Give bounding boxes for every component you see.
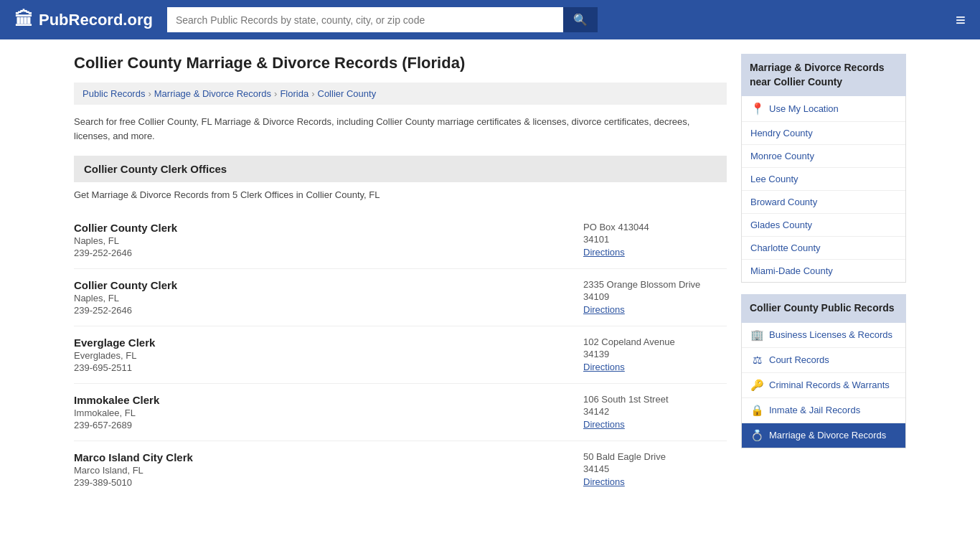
use-location-label: Use My Location	[769, 103, 839, 114]
nearby-county-link-2[interactable]: Lee County	[742, 168, 905, 190]
office-address-2: 102 Copeland Avenue	[583, 336, 727, 347]
office-city-0: Naples, FL	[74, 235, 177, 246]
content-area: Collier County Marriage & Divorce Record…	[74, 54, 727, 498]
record-link-0[interactable]: 🏢Business Licenses & Records	[742, 323, 905, 347]
sidebar-records-title: Collier County Public Records	[741, 294, 906, 323]
office-left-2: Everglage Clerk Everglades, FL 239-695-2…	[74, 336, 155, 373]
location-icon: 📍	[750, 102, 765, 116]
office-city-4: Marco Island, FL	[74, 465, 193, 476]
use-location-link[interactable]: 📍 Use My Location	[742, 96, 905, 121]
office-right-1: 2335 Orange Blossom Drive 34109 Directio…	[583, 279, 727, 315]
sidebar-records-section: Collier County Public Records 🏢Business …	[741, 294, 906, 448]
record-item-1[interactable]: ⚖Court Records	[742, 348, 905, 373]
office-list: Collier County Clerk Naples, FL 239-252-…	[74, 212, 727, 498]
office-left-1: Collier County Clerk Naples, FL 239-252-…	[74, 279, 177, 316]
breadcrumb-marriage-divorce[interactable]: Marriage & Divorce Records	[154, 88, 271, 99]
office-phone-4: 239-389-5010	[74, 477, 193, 488]
use-location-item[interactable]: 📍 Use My Location	[742, 96, 905, 122]
nearby-county-link-5[interactable]: Charlotte County	[742, 237, 905, 259]
office-city-1: Naples, FL	[74, 293, 177, 303]
directions-link-4[interactable]: Directions	[583, 476, 625, 487]
office-right-4: 50 Bald Eagle Drive 34145 Directions	[583, 451, 727, 487]
breadcrumb: Public Records › Marriage & Divorce Reco…	[74, 83, 727, 105]
record-link-1[interactable]: ⚖Court Records	[742, 348, 905, 372]
search-button[interactable]: 🔍	[563, 7, 598, 32]
record-link-2[interactable]: 🔑Criminal Records & Warrants	[742, 373, 905, 397]
office-zip-4: 34145	[583, 463, 727, 474]
nearby-county-link-0[interactable]: Hendry County	[742, 122, 905, 144]
logo[interactable]: 🏛 PubRecord.org	[14, 9, 153, 31]
directions-link-2[interactable]: Directions	[583, 362, 625, 372]
nearby-county-0[interactable]: Hendry County	[742, 122, 905, 145]
main-container: Collier County Marriage & Divorce Record…	[60, 39, 920, 512]
office-name-1: Collier County Clerk	[74, 279, 177, 291]
record-icon-4: 💍	[750, 429, 763, 442]
breadcrumb-collier-county[interactable]: Collier County	[318, 88, 377, 99]
directions-link-0[interactable]: Directions	[583, 247, 625, 258]
office-city-2: Everglades, FL	[74, 350, 155, 361]
office-entry: Immokalee Clerk Immokalee, FL 239-657-26…	[74, 384, 727, 441]
record-label-0: Business Licenses & Records	[769, 329, 892, 340]
record-item-2[interactable]: 🔑Criminal Records & Warrants	[742, 373, 905, 398]
nearby-county-3[interactable]: Broward County	[742, 191, 905, 214]
record-item-4[interactable]: 💍Marriage & Divorce Records	[742, 423, 905, 448]
office-name-3: Immokalee Clerk	[74, 394, 159, 406]
record-icon-3: 🔒	[750, 404, 763, 417]
office-left-0: Collier County Clerk Naples, FL 239-252-…	[74, 222, 177, 258]
office-address-4: 50 Bald Eagle Drive	[583, 451, 727, 462]
nearby-county-4[interactable]: Glades County	[742, 214, 905, 237]
record-label-2: Criminal Records & Warrants	[769, 380, 890, 390]
office-phone-0: 239-252-2646	[74, 248, 177, 258]
record-icon-1: ⚖	[750, 354, 763, 367]
nearby-county-2[interactable]: Lee County	[742, 168, 905, 191]
office-name-4: Marco Island City Clerk	[74, 451, 193, 463]
logo-text: PubRecord.org	[39, 11, 153, 29]
breadcrumb-sep-3: ›	[311, 88, 314, 99]
nearby-county-link-1[interactable]: Monroe County	[742, 145, 905, 167]
office-zip-0: 34101	[583, 234, 727, 245]
sidebar: Marriage & Divorce Records near Collier …	[741, 54, 906, 498]
office-zip-2: 34139	[583, 349, 727, 359]
record-link-3[interactable]: 🔒Inmate & Jail Records	[742, 398, 905, 423]
record-item-0[interactable]: 🏢Business Licenses & Records	[742, 323, 905, 348]
record-item-3[interactable]: 🔒Inmate & Jail Records	[742, 398, 905, 423]
office-zip-1: 34109	[583, 291, 727, 302]
record-icon-0: 🏢	[750, 329, 763, 342]
nearby-county-link-4[interactable]: Glades County	[742, 214, 905, 236]
sidebar-nearby-section: Marriage & Divorce Records near Collier …	[741, 54, 906, 283]
offices-subtext: Get Marriage & Divorce Records from 5 Cl…	[74, 189, 727, 200]
menu-icon[interactable]: ≡	[956, 10, 966, 30]
office-right-0: PO Box 413044 34101 Directions	[583, 222, 727, 258]
search-input[interactable]	[167, 7, 563, 32]
office-address-3: 106 South 1st Street	[583, 394, 727, 405]
records-list: 🏢Business Licenses & Records⚖Court Recor…	[741, 323, 906, 448]
directions-link-1[interactable]: Directions	[583, 304, 625, 315]
record-label-3: Inmate & Jail Records	[769, 405, 860, 415]
office-name-0: Collier County Clerk	[74, 222, 177, 234]
search-icon: 🔍	[573, 14, 588, 26]
page-description: Search for free Collier County, FL Marri…	[74, 115, 727, 143]
breadcrumb-florida[interactable]: Florida	[280, 88, 308, 99]
nearby-county-1[interactable]: Monroe County	[742, 145, 905, 168]
office-right-2: 102 Copeland Avenue 34139 Directions	[583, 336, 727, 372]
office-entry: Marco Island City Clerk Marco Island, FL…	[74, 441, 727, 498]
page-title: Collier County Marriage & Divorce Record…	[74, 54, 727, 72]
nearby-county-link-6[interactable]: Miami-Dade County	[742, 260, 905, 282]
sidebar-nearby-title: Marriage & Divorce Records near Collier …	[741, 54, 906, 96]
office-address-0: PO Box 413044	[583, 222, 727, 232]
office-name-2: Everglage Clerk	[74, 336, 155, 349]
office-phone-1: 239-252-2646	[74, 305, 177, 316]
office-entry: Everglage Clerk Everglades, FL 239-695-2…	[74, 326, 727, 384]
nearby-county-6[interactable]: Miami-Dade County	[742, 260, 905, 282]
record-label-4: Marriage & Divorce Records	[769, 430, 886, 441]
nearby-county-link-3[interactable]: Broward County	[742, 191, 905, 213]
offices-section-header: Collier County Clerk Offices	[74, 156, 727, 182]
nearby-county-5[interactable]: Charlotte County	[742, 237, 905, 260]
record-link-4[interactable]: 💍Marriage & Divorce Records	[742, 423, 905, 448]
record-icon-2: 🔑	[750, 379, 763, 392]
record-label-1: Court Records	[769, 354, 829, 365]
directions-link-3[interactable]: Directions	[583, 419, 625, 430]
office-left-4: Marco Island City Clerk Marco Island, FL…	[74, 451, 193, 488]
breadcrumb-public-records[interactable]: Public Records	[83, 88, 145, 99]
office-entry: Collier County Clerk Naples, FL 239-252-…	[74, 269, 727, 326]
